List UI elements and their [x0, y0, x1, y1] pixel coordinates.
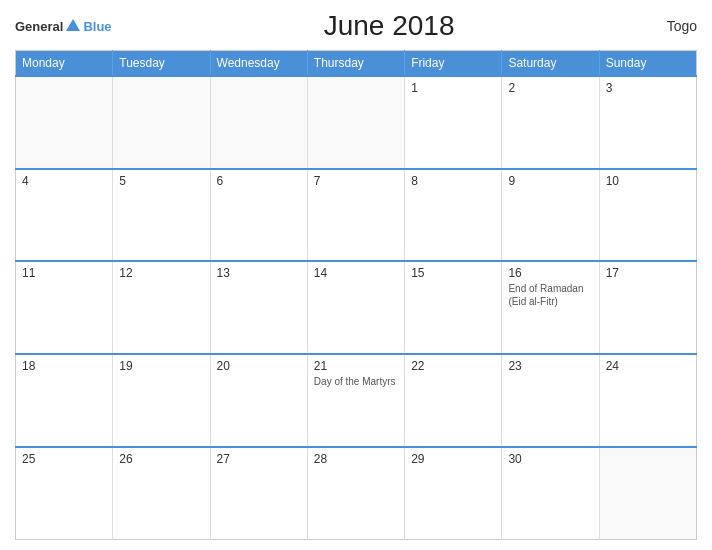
header: General Blue June 2018 Togo	[15, 10, 697, 42]
day-number: 12	[119, 266, 203, 280]
day-number: 18	[22, 359, 106, 373]
day-number: 5	[119, 174, 203, 188]
col-wednesday: Wednesday	[210, 51, 307, 77]
day-number: 29	[411, 452, 495, 466]
calendar-header-row: Monday Tuesday Wednesday Thursday Friday…	[16, 51, 697, 77]
table-row: 8	[405, 169, 502, 262]
table-row: 19	[113, 354, 210, 447]
col-saturday: Saturday	[502, 51, 599, 77]
logo-icon	[64, 17, 82, 35]
table-row: 7	[307, 169, 404, 262]
page: General Blue June 2018 Togo Monday Tuesd…	[0, 0, 712, 550]
calendar-week-row: 123	[16, 76, 697, 169]
table-row: 25	[16, 447, 113, 540]
table-row: 18	[16, 354, 113, 447]
day-number: 23	[508, 359, 592, 373]
table-row: 26	[113, 447, 210, 540]
day-number: 10	[606, 174, 690, 188]
table-row	[599, 447, 696, 540]
table-row: 29	[405, 447, 502, 540]
day-number: 3	[606, 81, 690, 95]
day-number: 14	[314, 266, 398, 280]
table-row: 22	[405, 354, 502, 447]
table-row	[307, 76, 404, 169]
day-number: 4	[22, 174, 106, 188]
table-row: 20	[210, 354, 307, 447]
day-number: 8	[411, 174, 495, 188]
svg-marker-0	[66, 19, 80, 31]
table-row: 14	[307, 261, 404, 354]
table-row	[16, 76, 113, 169]
day-number: 16	[508, 266, 592, 280]
day-number: 2	[508, 81, 592, 95]
day-number: 22	[411, 359, 495, 373]
table-row: 27	[210, 447, 307, 540]
table-row: 11	[16, 261, 113, 354]
day-number: 21	[314, 359, 398, 373]
col-sunday: Sunday	[599, 51, 696, 77]
day-number: 11	[22, 266, 106, 280]
table-row: 24	[599, 354, 696, 447]
table-row: 28	[307, 447, 404, 540]
col-friday: Friday	[405, 51, 502, 77]
col-tuesday: Tuesday	[113, 51, 210, 77]
day-number: 26	[119, 452, 203, 466]
day-number: 7	[314, 174, 398, 188]
table-row: 3	[599, 76, 696, 169]
logo-general-text: General	[15, 19, 63, 34]
calendar-week-row: 45678910	[16, 169, 697, 262]
event-label: End of Ramadan (Eid al-Fitr)	[508, 282, 592, 308]
table-row: 23	[502, 354, 599, 447]
table-row: 6	[210, 169, 307, 262]
day-number: 1	[411, 81, 495, 95]
day-number: 9	[508, 174, 592, 188]
day-number: 20	[217, 359, 301, 373]
logo: General Blue	[15, 17, 112, 35]
calendar-table: Monday Tuesday Wednesday Thursday Friday…	[15, 50, 697, 540]
table-row: 9	[502, 169, 599, 262]
calendar-week-row: 111213141516End of Ramadan (Eid al-Fitr)…	[16, 261, 697, 354]
day-number: 13	[217, 266, 301, 280]
country-label: Togo	[667, 18, 697, 34]
col-monday: Monday	[16, 51, 113, 77]
calendar-week-row: 252627282930	[16, 447, 697, 540]
day-number: 28	[314, 452, 398, 466]
table-row: 12	[113, 261, 210, 354]
table-row	[210, 76, 307, 169]
table-row: 17	[599, 261, 696, 354]
day-number: 30	[508, 452, 592, 466]
table-row: 13	[210, 261, 307, 354]
table-row: 10	[599, 169, 696, 262]
day-number: 17	[606, 266, 690, 280]
calendar-title: June 2018	[112, 10, 667, 42]
table-row: 1	[405, 76, 502, 169]
table-row: 2	[502, 76, 599, 169]
logo-blue-text: Blue	[83, 19, 111, 34]
table-row: 16End of Ramadan (Eid al-Fitr)	[502, 261, 599, 354]
table-row: 4	[16, 169, 113, 262]
col-thursday: Thursday	[307, 51, 404, 77]
table-row: 15	[405, 261, 502, 354]
event-label: Day of the Martyrs	[314, 375, 398, 388]
day-number: 25	[22, 452, 106, 466]
day-number: 27	[217, 452, 301, 466]
table-row: 21Day of the Martyrs	[307, 354, 404, 447]
day-number: 15	[411, 266, 495, 280]
day-number: 19	[119, 359, 203, 373]
calendar-week-row: 18192021Day of the Martyrs222324	[16, 354, 697, 447]
day-number: 24	[606, 359, 690, 373]
table-row	[113, 76, 210, 169]
table-row: 5	[113, 169, 210, 262]
day-number: 6	[217, 174, 301, 188]
table-row: 30	[502, 447, 599, 540]
